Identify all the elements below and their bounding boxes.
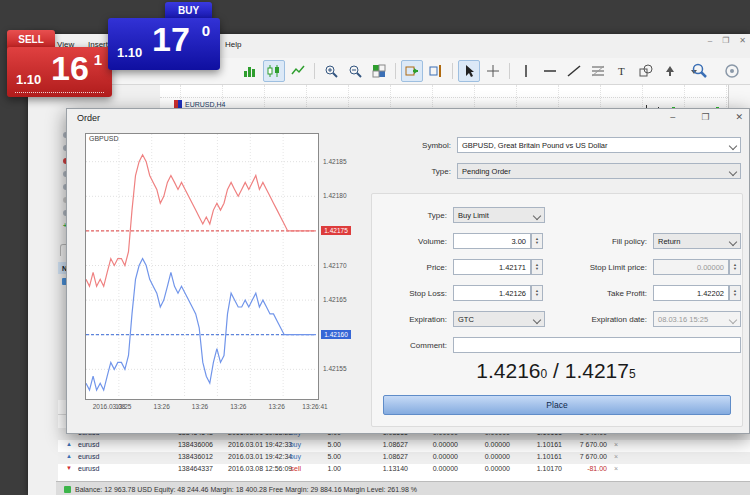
community-icon[interactable] [721, 60, 743, 82]
price-field[interactable]: 1.42171 [453, 259, 531, 275]
place-button[interactable]: Place [383, 395, 731, 415]
big-sell-button[interactable]: 1.10 16 1 [7, 47, 112, 97]
sell-price-pip: 1 [94, 51, 102, 68]
take-profit-spinner[interactable]: ▲▼ [729, 285, 741, 301]
order-kind-label: Type: [371, 167, 451, 176]
quote-ask-pip: 5 [629, 367, 636, 381]
comment-input[interactable] [453, 337, 741, 353]
restore-icon[interactable]: ❐ [722, 36, 729, 45]
stop-limit-value: 0.00000 [697, 263, 724, 272]
minimize-icon[interactable]: – [708, 36, 712, 45]
chevron-down-icon [533, 316, 541, 324]
sell-price-big: 16 [51, 49, 89, 88]
auto-scroll-icon[interactable] [401, 60, 423, 82]
close-icon[interactable]: ✕ [739, 36, 746, 45]
text-icon[interactable]: T [611, 60, 633, 82]
take-profit-field[interactable]: 1.42202 [653, 285, 729, 301]
symbol-select[interactable]: GBPUSD, Great Britain Pound vs US Dollar [457, 137, 741, 153]
quote-separator: / [547, 359, 565, 382]
trade-volume: 5.00 [271, 453, 341, 460]
trade-volume: 1.00 [271, 465, 341, 472]
price-value: 1.42171 [499, 263, 526, 272]
big-buy-button-label[interactable]: BUY [165, 2, 212, 19]
buy-price-big: 17 [152, 20, 190, 59]
dialog-title: Order [77, 113, 100, 123]
volume-value: 3.00 [511, 237, 526, 246]
toolbar-separator [395, 63, 396, 79]
tick-line-bid [86, 259, 316, 391]
stop-loss-value: 1.42126 [499, 289, 526, 298]
trade-close[interactable]: × [614, 453, 618, 460]
bid-ask-quote: 1.42160 / 1.42175 [371, 359, 741, 383]
line-chart-icon[interactable] [287, 60, 309, 82]
zoom-out-icon[interactable] [344, 60, 366, 82]
trend-line-icon[interactable] [563, 60, 585, 82]
expiration-select[interactable]: GTC [453, 311, 545, 327]
dialog-close-icon[interactable]: ✕ [735, 112, 743, 122]
menu-item-help[interactable]: Help [225, 40, 241, 49]
tile-windows-icon[interactable] [368, 60, 390, 82]
buy-label: BUY [178, 5, 199, 16]
toolbar-separator [509, 63, 510, 79]
cursor-icon[interactable] [458, 60, 480, 82]
volume-spinner[interactable]: ▲▼ [531, 233, 543, 249]
price-tag-ask: 1.42175 [321, 226, 351, 235]
take-profit-label: Take Profit: [567, 289, 647, 298]
x-axis-label: 13:26 [230, 403, 246, 410]
screen: ViewInsertHelp – ❐ ✕ T 1.10200 EURUSD,H4… [0, 0, 750, 495]
fill-policy-select[interactable]: Return [653, 233, 741, 249]
trade-order: 138436012 [143, 453, 213, 460]
order-kind-select[interactable]: Pending Order [457, 163, 741, 179]
zoom-in-icon[interactable] [320, 60, 342, 82]
x-axis-label: 13:26 [154, 403, 170, 410]
chevron-down-icon [729, 238, 737, 246]
trade-row[interactable]: ▲eurusd1384360062016.03.01 19:42:33buy5.… [58, 440, 750, 452]
arrows-icon[interactable] [659, 60, 681, 82]
bar-chart-icon[interactable] [239, 60, 261, 82]
svg-text:T: T [618, 65, 625, 77]
candle-chart-icon[interactable] [263, 60, 285, 82]
divider [15, 92, 104, 93]
expiration-date-field: 08.03.16 15:25 [653, 311, 741, 327]
price-tag-bid: 1.42160 [321, 330, 351, 339]
stop-limit-label: Stop Limit price: [567, 263, 647, 272]
trade-order: 138436006 [143, 441, 213, 448]
window-controls: – ❐ ✕ [708, 36, 746, 45]
take-profit-value: 1.42202 [697, 289, 724, 298]
trade-volume: 5.00 [271, 441, 341, 448]
volume-field[interactable]: 3.00 [453, 233, 531, 249]
toolbar-separator [314, 63, 315, 79]
tick-chart-symbol: GBPUSD [89, 135, 119, 142]
trade-close[interactable]: × [614, 465, 618, 472]
comment-label: Comment: [371, 341, 447, 350]
pending-type-select[interactable]: Buy Limit [453, 207, 545, 223]
trade-row[interactable]: ▲eurusd1384360122016.03.01 19:42:34buy5.… [58, 452, 750, 464]
chart-shift-icon[interactable] [425, 60, 447, 82]
price-spinner[interactable]: ▲▼ [531, 259, 543, 275]
trade-symbol: eurusd [78, 453, 99, 460]
vertical-line-icon[interactable] [515, 60, 537, 82]
trade-symbol: eurusd [78, 465, 99, 472]
shapes-icon[interactable] [635, 60, 657, 82]
buy-price-pip: 0 [202, 22, 210, 39]
quote-bid: 1.4216 [476, 359, 540, 382]
crosshair-icon[interactable] [482, 60, 504, 82]
search-icon[interactable] [689, 60, 711, 82]
pending-type-value: Buy Limit [458, 211, 489, 220]
stop-limit-spinner: ▲▼ [729, 259, 741, 275]
dialog-minimize-icon[interactable]: – [670, 112, 675, 122]
x-axis-label: 13:26 [192, 403, 208, 410]
tick-line-ask [86, 155, 316, 286]
stop-loss-field[interactable]: 1.42126 [453, 285, 531, 301]
big-buy-button[interactable]: 1.10 17 0 [108, 18, 220, 70]
stop-loss-label: Stop Loss: [371, 289, 447, 298]
horizontal-line-icon[interactable] [539, 60, 561, 82]
trade-row[interactable]: ▼eurusd1384643372016.03.08 12:56:09sell1… [58, 464, 750, 476]
x-axis-label: 13:25 [115, 403, 131, 410]
fibonacci-icon[interactable] [587, 60, 609, 82]
sell-label: SELL [18, 34, 44, 45]
stop-loss-spinner[interactable]: ▲▼ [531, 285, 543, 301]
account-status-text: Balance: 12 963.78 USD Equity: 48 244.46… [75, 486, 417, 493]
trade-close[interactable]: × [614, 441, 618, 448]
dialog-restore-icon[interactable]: ❐ [701, 112, 709, 122]
